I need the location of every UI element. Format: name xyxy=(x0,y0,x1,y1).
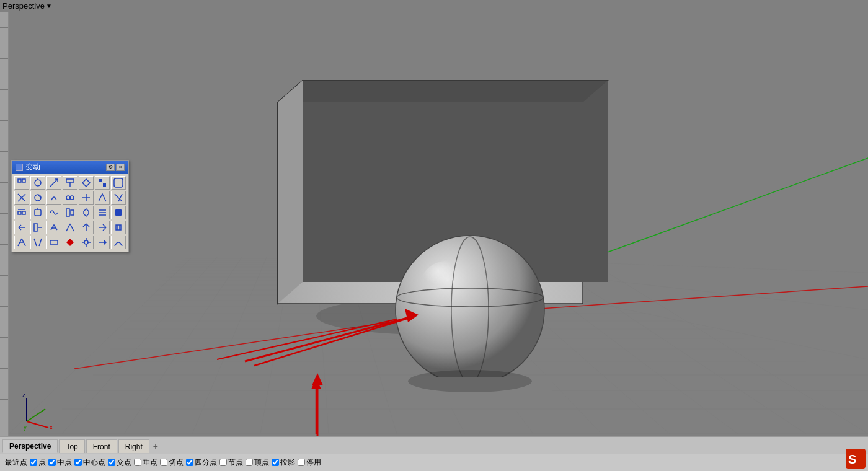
snap-midpoint-label: 中点 xyxy=(57,457,72,468)
tool-26[interactable] xyxy=(79,221,94,234)
tab-add-button[interactable]: + xyxy=(151,441,161,451)
snap-midpoint-checkbox[interactable] xyxy=(48,459,56,466)
snap-intersect-checkbox[interactable] xyxy=(108,459,115,466)
tool-19[interactable] xyxy=(79,206,94,219)
snap-bar: 最近点 点 中点 中心点 交点 垂点 xyxy=(0,454,868,470)
viewport-label[interactable]: Perspective ▼ xyxy=(2,1,52,11)
3d-scene-canvas xyxy=(0,0,868,434)
snap-center[interactable]: 中心点 xyxy=(74,457,105,468)
svg-rect-108 xyxy=(71,210,74,215)
snap-disable[interactable]: 停用 xyxy=(298,457,321,468)
ruler-tick xyxy=(0,121,8,136)
tab-right[interactable]: Right xyxy=(118,439,149,453)
snap-tangent[interactable]: 切点 xyxy=(160,457,184,468)
tool-35[interactable] xyxy=(111,236,126,249)
viewport-dropdown-arrow[interactable]: ▼ xyxy=(46,2,52,9)
svg-rect-103 xyxy=(22,211,25,214)
svg-point-135 xyxy=(84,240,88,244)
tool-23[interactable] xyxy=(30,221,45,234)
panel-close-button[interactable]: × xyxy=(116,164,125,171)
snap-knot[interactable]: 节点 xyxy=(219,457,243,468)
snap-center-checkbox[interactable] xyxy=(74,459,82,466)
tool-30[interactable] xyxy=(30,236,45,249)
snap-disable-checkbox[interactable] xyxy=(298,459,305,466)
svg-text:x: x xyxy=(50,424,53,431)
tool-15[interactable] xyxy=(14,206,29,219)
ruler-tick xyxy=(0,245,8,260)
ruler-tick xyxy=(0,291,8,307)
tool-scale[interactable] xyxy=(46,176,61,190)
svg-point-96 xyxy=(66,196,70,200)
snap-perp-checkbox[interactable] xyxy=(134,459,141,466)
ruler-tick xyxy=(0,59,8,74)
tool-13[interactable] xyxy=(95,191,110,205)
tool-34[interactable] xyxy=(95,236,110,249)
tool-29[interactable] xyxy=(14,236,29,249)
snap-project-checkbox[interactable] xyxy=(272,459,279,466)
tool-17[interactable] xyxy=(46,206,61,219)
tool-28[interactable] xyxy=(111,221,126,234)
snap-disable-label: 停用 xyxy=(306,457,321,468)
snap-knot-checkbox[interactable] xyxy=(219,459,227,466)
snap-vertex-checkbox[interactable] xyxy=(246,459,253,466)
svg-rect-117 xyxy=(34,224,37,231)
tool-33[interactable] xyxy=(79,236,94,249)
left-ruler xyxy=(0,12,9,446)
tool-16[interactable] xyxy=(30,206,45,219)
snap-point-checkbox[interactable] xyxy=(30,459,37,466)
snap-tangent-checkbox[interactable] xyxy=(160,459,167,466)
snap-point[interactable]: 点 xyxy=(30,457,46,468)
tab-perspective[interactable]: Perspective xyxy=(2,439,58,453)
ruler-tick xyxy=(0,183,8,198)
snap-center-label: 中心点 xyxy=(83,457,105,468)
tool-18[interactable] xyxy=(63,206,78,219)
tool-move[interactable] xyxy=(14,176,29,190)
snap-quad-label: 四分点 xyxy=(195,457,217,468)
3d-viewport[interactable]: Perspective ▼ xyxy=(0,0,868,471)
axis-widget: x z y xyxy=(11,394,55,431)
tool-8[interactable] xyxy=(14,191,29,205)
snap-quad-checkbox[interactable] xyxy=(186,459,193,466)
panel-settings-button[interactable]: ⚙ xyxy=(106,164,115,171)
tool-32[interactable] xyxy=(63,236,78,249)
ruler-tick xyxy=(0,74,8,90)
snap-intersect[interactable]: 交点 xyxy=(108,457,131,468)
svg-rect-89 xyxy=(99,179,102,182)
tool-5[interactable] xyxy=(79,176,94,190)
panel-drag-icon xyxy=(16,164,23,171)
tool-31[interactable] xyxy=(46,236,61,249)
tool-9[interactable] xyxy=(30,191,45,205)
viewport-tabs[interactable]: Perspective Top Front Right + xyxy=(0,437,868,454)
snap-vertex[interactable]: 顶点 xyxy=(246,457,269,468)
transform-panel-header[interactable]: 变动 ⚙ × xyxy=(12,161,128,174)
ruler-tick xyxy=(0,105,8,121)
tool-25[interactable] xyxy=(63,221,78,234)
svg-line-76 xyxy=(27,421,48,428)
tool-20[interactable] xyxy=(95,206,110,219)
tool-21[interactable] xyxy=(111,206,126,219)
ruler-tick xyxy=(0,28,8,43)
tool-22[interactable] xyxy=(14,221,29,234)
tool-27[interactable] xyxy=(95,221,110,234)
tool-rotate[interactable] xyxy=(30,176,45,190)
snap-quad[interactable]: 四分点 xyxy=(186,457,217,468)
tool-7[interactable] xyxy=(111,176,126,190)
ruler-tick xyxy=(0,43,8,59)
ruler-tick xyxy=(0,152,8,167)
tool-24[interactable] xyxy=(46,221,61,234)
tab-top[interactable]: Top xyxy=(59,439,84,453)
tool-6[interactable] xyxy=(95,176,110,190)
svg-point-97 xyxy=(70,196,74,200)
transform-panel[interactable]: 变动 ⚙ × xyxy=(11,160,129,252)
tab-front[interactable]: Front xyxy=(86,439,117,453)
tool-11[interactable] xyxy=(63,191,78,205)
tool-14[interactable] xyxy=(111,191,126,205)
tool-10[interactable] xyxy=(46,191,61,205)
svg-line-121 xyxy=(70,224,74,231)
snap-perp[interactable]: 垂点 xyxy=(134,457,157,468)
snap-midpoint[interactable]: 中点 xyxy=(48,457,72,468)
transform-panel-body xyxy=(12,174,128,252)
snap-project[interactable]: 投影 xyxy=(272,457,295,468)
tool-12[interactable] xyxy=(79,191,94,205)
tool-4[interactable] xyxy=(63,176,78,190)
